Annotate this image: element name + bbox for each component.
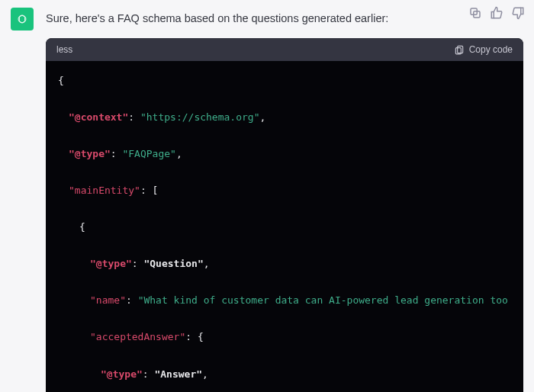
assistant-intro-text: Sure, here's a FAQ schema based on the q… <box>46 11 523 27</box>
code-content[interactable]: { "@context": "https://schema.org", "@ty… <box>46 61 523 392</box>
copy-icon[interactable] <box>468 6 482 20</box>
code-header: less Copy code <box>46 38 523 61</box>
clipboard-icon <box>454 44 465 55</box>
message-actions <box>468 6 525 20</box>
thumbs-up-icon[interactable] <box>490 6 503 20</box>
svg-rect-3 <box>457 46 462 53</box>
code-lang-label: less <box>56 44 72 55</box>
assistant-message: Sure, here's a FAQ schema based on the q… <box>0 0 534 392</box>
copy-code-label: Copy code <box>469 44 513 55</box>
assistant-avatar <box>11 8 34 31</box>
copy-code-button[interactable]: Copy code <box>454 44 513 55</box>
code-block: less Copy code { "@context": "https://sc… <box>46 38 523 392</box>
thumbs-down-icon[interactable] <box>511 6 525 20</box>
